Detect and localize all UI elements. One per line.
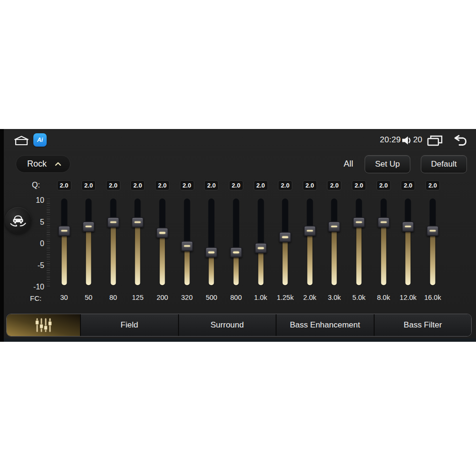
slider-handle-line	[184, 245, 190, 247]
slider-handle[interactable]	[230, 247, 242, 258]
slider-handle[interactable]	[328, 221, 340, 232]
page: Ai 20:29 20	[0, 0, 476, 476]
fc-value: 5.0k	[352, 294, 365, 301]
tab-surround[interactable]: Surround	[179, 314, 277, 336]
slider-handle-line	[429, 230, 436, 232]
q-value[interactable]: 2.0	[204, 180, 218, 190]
slider-track[interactable]	[405, 198, 411, 286]
eq-band-125: 2.0125	[125, 175, 150, 313]
slider-track[interactable]	[159, 198, 166, 286]
fc-value: 125	[132, 294, 143, 301]
q-value[interactable]: 2.0	[401, 180, 415, 190]
speaker-icon[interactable]	[401, 135, 413, 146]
db-tick-marks	[47, 198, 50, 288]
q-value[interactable]: 2.0	[377, 180, 391, 190]
q-value[interactable]: 2.0	[278, 180, 292, 190]
slider-handle-line	[159, 232, 166, 234]
q-value[interactable]: 2.0	[130, 180, 145, 190]
tab-bass-enhancement[interactable]: Bass Enhancement	[277, 314, 375, 336]
slider-track[interactable]	[429, 198, 436, 286]
slider-fill	[381, 222, 386, 286]
slider-handle[interactable]	[255, 243, 267, 253]
slider-handle[interactable]	[304, 226, 316, 236]
q-value[interactable]: 2.0	[57, 180, 71, 190]
fc-value: 200	[157, 294, 168, 301]
slider-handle[interactable]	[426, 226, 439, 236]
slider-track[interactable]	[258, 198, 264, 286]
slider-handle[interactable]	[181, 241, 193, 251]
fc-value: 320	[181, 294, 193, 301]
left-bezel	[0, 129, 4, 342]
default-button[interactable]: Default	[421, 155, 467, 173]
q-value[interactable]: 2.0	[81, 180, 96, 190]
q-value[interactable]: 2.0	[303, 180, 317, 190]
db-scale-label: 5	[40, 218, 44, 227]
db-scale-label: 0	[40, 239, 44, 248]
slider-handle-line	[405, 226, 411, 228]
slider-handle-line	[110, 221, 116, 223]
slider-track[interactable]	[356, 198, 362, 286]
tab-field[interactable]: Field	[81, 314, 179, 336]
slider-handle[interactable]	[279, 232, 291, 242]
all-label[interactable]: All	[344, 155, 353, 173]
eq-band-1.0k: 2.01.0k	[248, 175, 273, 313]
slider-handle-line	[356, 221, 362, 223]
q-value[interactable]: 2.0	[327, 180, 341, 190]
slider-handle[interactable]	[353, 217, 365, 228]
slider-handle[interactable]	[58, 226, 70, 236]
db-scale-label: -5	[38, 261, 44, 270]
q-value[interactable]: 2.0	[155, 180, 169, 190]
slider-fill	[258, 248, 263, 285]
q-value[interactable]: 2.0	[180, 180, 194, 190]
slider-handle[interactable]	[107, 217, 119, 228]
recent-apps-icon[interactable]	[427, 135, 443, 146]
slider-track[interactable]	[86, 198, 92, 286]
slider-fill	[357, 222, 362, 286]
fc-value: 500	[206, 294, 217, 301]
slider-track[interactable]	[61, 198, 67, 286]
slider-handle[interactable]	[131, 217, 144, 228]
fc-value: 2.0k	[303, 294, 316, 301]
q-value[interactable]: 2.0	[426, 180, 440, 190]
slider-handle[interactable]	[377, 217, 390, 228]
tab-equalizer[interactable]	[7, 314, 81, 336]
fc-value: 800	[230, 294, 242, 301]
slider-track[interactable]	[233, 198, 239, 286]
eq-band-30: 2.030	[52, 175, 77, 313]
slider-handle-line	[86, 226, 92, 228]
tab-bass-filter[interactable]: Bass Filter	[375, 314, 472, 336]
q-value[interactable]: 2.0	[352, 180, 366, 190]
equalizer-sliders-icon	[31, 317, 55, 333]
slider-track[interactable]	[135, 198, 141, 286]
slider-track[interactable]	[307, 198, 313, 286]
slider-track[interactable]	[110, 198, 116, 286]
eq-band-80: 2.080	[101, 175, 126, 313]
slider-track[interactable]	[208, 198, 215, 286]
q-value[interactable]: 2.0	[254, 180, 268, 190]
slider-track[interactable]	[331, 198, 337, 286]
slider-handle-line	[208, 251, 215, 253]
status-bar: Ai 20:29 20	[0, 133, 476, 148]
slider-handle-line	[331, 226, 337, 228]
sound-field-car-button[interactable]	[5, 207, 31, 234]
q-value[interactable]: 2.0	[106, 180, 120, 190]
slider-fill	[332, 227, 337, 285]
slider-handle[interactable]	[156, 228, 169, 238]
fc-value: 50	[85, 294, 92, 301]
slider-fill	[430, 231, 435, 285]
slider-handle[interactable]	[205, 247, 218, 258]
eq-band-16.0k: 2.016.0k	[420, 175, 445, 313]
fc-value: 12.0k	[400, 294, 416, 301]
slider-track[interactable]	[380, 198, 387, 286]
back-icon[interactable]	[451, 135, 469, 147]
slider-handle-line	[233, 251, 239, 253]
slider-handle[interactable]	[82, 221, 95, 232]
slider-fill	[406, 227, 411, 285]
slider-handle-line	[307, 230, 313, 232]
slider-handle[interactable]	[402, 221, 414, 232]
q-value[interactable]: 2.0	[229, 180, 243, 190]
setup-button[interactable]: Set Up	[365, 155, 410, 173]
fc-value: 80	[109, 294, 117, 301]
slider-handle-line	[258, 247, 264, 249]
eq-band-3.0k: 2.03.0k	[322, 175, 347, 313]
